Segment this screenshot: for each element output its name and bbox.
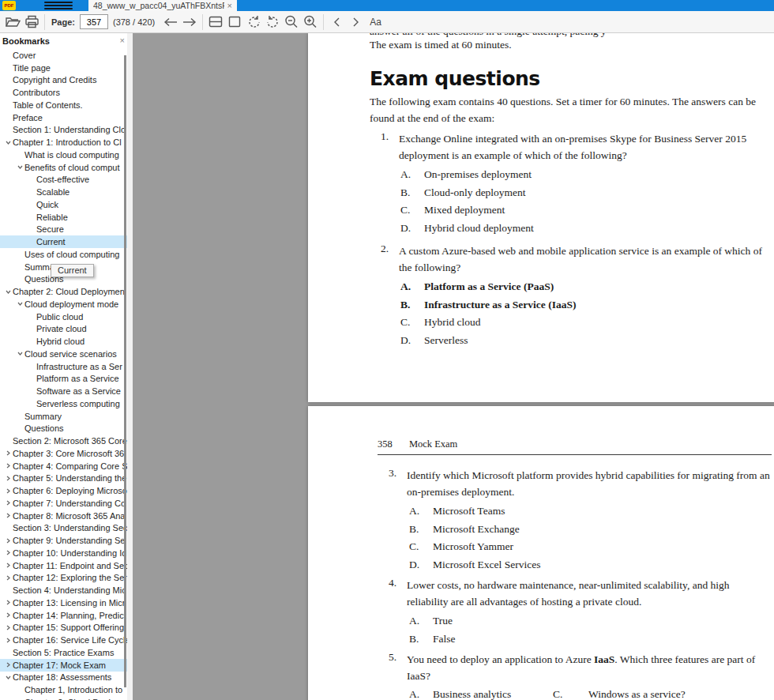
document-canvas[interactable]: answer all of the questions in a single … <box>133 33 774 700</box>
chevron-right-icon[interactable] <box>4 550 13 555</box>
chevron-right-icon[interactable] <box>4 476 13 481</box>
chevron-right-icon[interactable] <box>4 488 13 494</box>
bookmark-item[interactable]: Quick <box>0 198 127 211</box>
bookmark-item[interactable]: Section 5: Practice Exams <box>0 646 127 659</box>
bookmark-item[interactable]: Public cloud <box>0 310 127 323</box>
bookmark-item[interactable]: Chapter 6: Deploying Microso <box>0 484 127 497</box>
bookmark-item[interactable]: Section 2: Microsoft 365 Core <box>0 435 127 447</box>
bookmark-item[interactable]: Chapter 2, Cloud Deploym <box>0 696 127 700</box>
bookmark-item[interactable]: Chapter 8: Microsoft 365 Ana <box>0 510 127 522</box>
document-tab[interactable]: 48_www_w_pacc04_yuAThFBXntsPxqgKR-bQ9g.p… <box>88 0 237 11</box>
running-header: 358 Mock Exam <box>378 438 774 450</box>
bookmark-item[interactable]: Chapter 9: Understanding Se <box>0 534 127 547</box>
bookmark-item[interactable]: Software as a Service <box>0 385 127 397</box>
nav-forward-button[interactable] <box>180 13 199 32</box>
chevron-right-icon[interactable] <box>4 563 13 568</box>
chevron-right-icon[interactable] <box>4 662 13 668</box>
zoom-out-button[interactable] <box>282 13 301 32</box>
find-next-button[interactable] <box>346 13 365 32</box>
fit-width-button[interactable] <box>206 13 225 32</box>
sidebar-scrollbar[interactable] <box>124 55 126 687</box>
chevron-right-icon[interactable] <box>4 513 13 518</box>
bookmark-item[interactable]: Summary <box>0 410 127 423</box>
bookmark-item[interactable]: Private cloud <box>0 323 127 336</box>
rotate-right-button[interactable] <box>263 13 282 32</box>
option-letter: D. <box>400 220 424 238</box>
bookmark-item[interactable]: Chapter 4: Comparing Core S <box>0 460 127 472</box>
option-text: False <box>433 633 456 645</box>
menu-button[interactable] <box>44 2 73 10</box>
chevron-right-icon[interactable] <box>4 638 13 643</box>
chevron-right-icon[interactable] <box>4 625 13 630</box>
bookmark-item[interactable]: Chapter 10: Understanding Id <box>0 547 127 559</box>
bookmark-item[interactable]: Questions <box>0 423 127 435</box>
bookmark-item[interactable]: Platform as a Service <box>0 373 127 386</box>
bookmark-item[interactable]: Reliable <box>0 211 127 224</box>
bookmark-item[interactable]: Chapter 13: Licensing in Micr <box>0 597 127 609</box>
bookmark-item[interactable]: Section 3: Understanding Sec <box>0 522 127 535</box>
bookmark-item[interactable]: Chapter 18: Assessments <box>0 672 127 684</box>
match-case-button[interactable]: Aa <box>370 17 381 28</box>
bookmark-item[interactable]: Cover <box>0 49 127 62</box>
chevron-right-icon[interactable] <box>4 600 13 605</box>
bookmark-item[interactable]: Section 1: Understanding Clo <box>0 124 127 137</box>
answer-options: A.TrueB.False <box>409 612 774 648</box>
bookmark-item[interactable]: Title page <box>0 62 127 74</box>
zoom-in-button[interactable] <box>301 13 320 32</box>
chevron-right-icon[interactable] <box>4 500 13 506</box>
print-button[interactable] <box>22 13 41 32</box>
bookmark-item[interactable]: Scalable <box>0 186 127 198</box>
bookmarks-close-icon[interactable]: × <box>120 36 125 45</box>
find-previous-button[interactable] <box>327 13 346 32</box>
bookmark-item[interactable]: Chapter 16: Service Life Cycle <box>0 634 127 646</box>
bookmark-item[interactable]: Chapter 7: Understanding Co <box>0 497 127 510</box>
chevron-right-icon[interactable] <box>4 612 13 618</box>
answer-option: A.Microsoft Teams <box>409 502 774 521</box>
bookmark-item[interactable]: Hybrid cloud <box>0 335 127 348</box>
bookmark-item[interactable]: What is cloud computing <box>0 149 127 161</box>
chevron-down-icon[interactable] <box>4 675 13 680</box>
chevron-right-icon[interactable] <box>4 575 13 581</box>
bookmark-item[interactable]: Chapter 17: Mock Exam <box>0 659 127 672</box>
bookmark-item[interactable]: Infrastructure as a Ser <box>0 360 127 373</box>
bookmark-item[interactable]: Benefits of cloud comput <box>0 161 127 174</box>
open-file-button[interactable] <box>3 13 22 32</box>
bookmark-item[interactable]: Cost-effective <box>0 174 127 186</box>
bookmarks-title: Bookmarks <box>2 36 50 46</box>
chevron-down-icon[interactable] <box>16 301 24 307</box>
bookmark-item[interactable]: Section 4: Understanding Mic <box>0 584 127 597</box>
fit-page-button[interactable] <box>225 13 244 32</box>
nav-back-button[interactable] <box>161 13 180 32</box>
bookmark-item[interactable]: Uses of cloud computing <box>0 248 127 261</box>
chevron-down-icon[interactable] <box>16 164 24 170</box>
sidebar-splitter[interactable] <box>127 33 133 700</box>
bookmark-item[interactable]: Chapter 14: Planning, Predict <box>0 609 127 622</box>
bookmark-item[interactable]: Chapter 11: Endpoint and Sec <box>0 559 127 572</box>
bookmark-item[interactable]: Preface <box>0 111 127 124</box>
bookmark-item[interactable]: Cloud service scenarios <box>0 348 127 360</box>
chevron-down-icon[interactable] <box>4 140 13 145</box>
bookmark-item[interactable]: Chapter 1, Introduction to <box>0 683 127 696</box>
chevron-down-icon[interactable] <box>4 289 13 295</box>
bookmark-label: Chapter 6: Deploying Microso <box>13 486 127 495</box>
bookmark-item[interactable]: Cloud deployment mode <box>0 298 127 310</box>
bookmark-item[interactable]: Chapter 3: Core Microsoft 36 <box>0 447 127 460</box>
bookmark-item[interactable]: Chapter 12: Exploring the Ser <box>0 572 127 585</box>
bookmark-item[interactable]: Copyright and Credits <box>0 74 127 87</box>
chevron-down-icon[interactable] <box>16 351 24 356</box>
chevron-right-icon[interactable] <box>4 538 13 544</box>
chevron-right-icon[interactable] <box>4 463 13 469</box>
bookmark-item[interactable]: Chapter 5: Understanding the <box>0 472 127 485</box>
bookmark-item[interactable]: Chapter 2: Cloud Deploymen <box>0 285 127 298</box>
page-input[interactable] <box>80 14 108 29</box>
rotate-left-button[interactable] <box>244 13 263 32</box>
chevron-right-icon[interactable] <box>4 450 13 456</box>
bookmark-item[interactable]: Chapter 15: Support Offering <box>0 622 127 634</box>
bookmark-item[interactable]: Chapter 1: Introduction to Cl <box>0 136 127 149</box>
bookmark-item[interactable]: Serverless computing <box>0 397 127 410</box>
bookmark-item[interactable]: Current <box>0 235 127 248</box>
tab-close-icon[interactable]: × <box>227 2 232 9</box>
bookmark-item[interactable]: Secure <box>0 224 127 236</box>
bookmark-item[interactable]: Contributors <box>0 86 127 99</box>
bookmark-item[interactable]: Table of Contents. <box>0 99 127 111</box>
